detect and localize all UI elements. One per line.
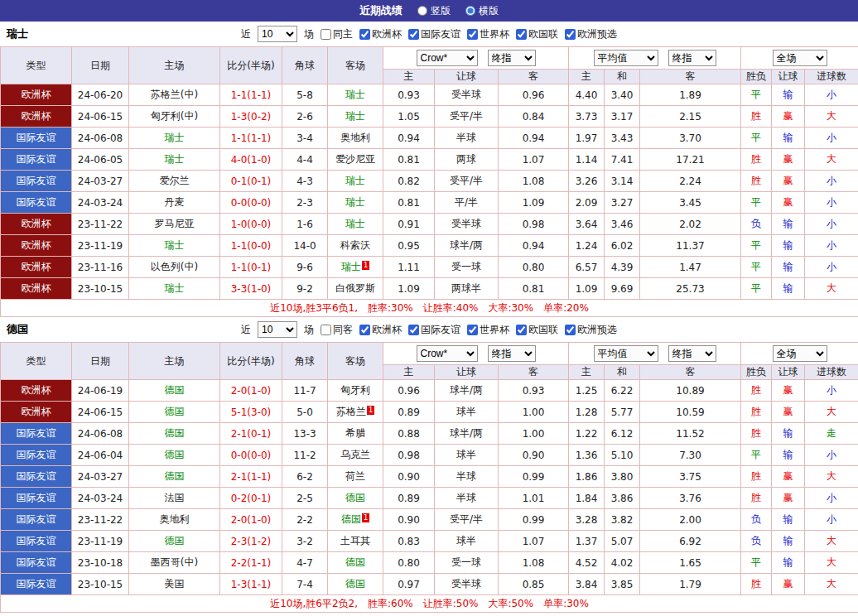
- vertical-layout-radio[interactable]: [417, 6, 427, 16]
- cell-competition: 欧洲杯: [1, 106, 72, 128]
- section-header: 瑞士近10场同主欧洲杯国际友谊世界杯欧国联欧洲预选: [0, 22, 858, 46]
- cell-asia-away: 0.96: [499, 84, 569, 106]
- cell-result-goals: 大: [805, 574, 858, 595]
- euro-stage-select[interactable]: 终指: [668, 50, 716, 66]
- cell-asia-handicap: 球半: [435, 445, 499, 466]
- competition-filter-label: 世界杯: [480, 323, 509, 337]
- cell-result-handicap: 赢: [772, 488, 805, 509]
- cell-euro-draw: 4.39: [605, 257, 640, 278]
- scope-select[interactable]: 全场: [773, 345, 827, 362]
- cell-score: 1-1(0-1): [220, 257, 282, 278]
- cell-score: 2-2(1-1): [220, 552, 282, 574]
- cell-asia-away: 0.84: [499, 106, 569, 128]
- cell-result-goals: 走: [805, 423, 858, 445]
- cell-asia-away: 1.00: [499, 423, 569, 445]
- competition-filter-checkbox[interactable]: [467, 29, 478, 40]
- team-label: 瑞士: [165, 132, 185, 143]
- same-venue-filter-checkbox[interactable]: [321, 325, 331, 335]
- cell-competition: 国际友谊: [1, 192, 72, 214]
- cell-euro-home: 1.09: [569, 278, 605, 300]
- cell-corners: 2-2: [282, 509, 328, 531]
- recent-count-select[interactable]: 10: [258, 26, 297, 42]
- cell-home-team: 爱尔兰: [129, 171, 220, 192]
- cell-euro-home: 1.37: [569, 531, 605, 552]
- cell-date: 23-10-18: [72, 552, 129, 574]
- scope-select[interactable]: 全场: [773, 50, 827, 66]
- cell-result-goals: 大: [805, 149, 858, 171]
- cell-competition: 国际友谊: [1, 466, 72, 488]
- euro-stage-select[interactable]: 终指: [668, 345, 716, 362]
- col-header-away: 客场: [328, 47, 383, 84]
- competition-filter-checkbox[interactable]: [516, 325, 527, 335]
- competition-filter-checkbox[interactable]: [565, 29, 576, 40]
- cell-away-team: 苏格兰1: [328, 402, 383, 423]
- competition-filter-label: 世界杯: [480, 27, 509, 41]
- layout-option-vertical[interactable]: 竖版: [417, 4, 451, 18]
- competition-filter-checkbox[interactable]: [565, 325, 576, 335]
- cell-asia-away: 1.07: [499, 531, 569, 552]
- team-label: 瑞士: [345, 218, 365, 229]
- col-header-away: 客场: [328, 343, 383, 380]
- cell-result-outcome: 平: [741, 552, 772, 574]
- red-card-badge: 1: [362, 261, 369, 270]
- cell-home-team: 美国: [129, 574, 220, 595]
- cell-date: 23-11-22: [72, 214, 129, 235]
- cell-date: 23-11-16: [72, 257, 129, 278]
- cell-euro-away: 11.52: [640, 423, 741, 445]
- competition-filter[interactable]: 欧洲预选: [565, 27, 617, 41]
- cell-home-team: 瑞士: [129, 128, 220, 149]
- recent-count-select[interactable]: 10: [258, 321, 297, 338]
- competition-filter-checkbox[interactable]: [408, 325, 419, 335]
- euro-odds-group: 平均值终指: [569, 47, 741, 70]
- asia-stage-select[interactable]: 终指: [488, 50, 536, 66]
- cell-euro-home: 1.36: [569, 445, 605, 466]
- team-label: 德国: [165, 427, 185, 439]
- match-row: 国际友谊23-11-19德国2-3(1-2)3-2土耳其0.83球半1.071.…: [1, 531, 858, 552]
- cell-asia-home: 0.81: [383, 192, 435, 214]
- cell-home-team: 墨西哥(中): [129, 552, 220, 574]
- euro-source-select[interactable]: 平均值: [594, 50, 658, 66]
- competition-filter-checkbox[interactable]: [359, 325, 370, 335]
- sub-header-8: 进球数: [805, 70, 858, 84]
- same-venue-filter[interactable]: 同客: [321, 323, 353, 337]
- competition-filter[interactable]: 国际友谊: [408, 27, 460, 41]
- cell-corners: 4-4: [282, 149, 328, 171]
- competition-filter[interactable]: 世界杯: [467, 27, 509, 41]
- horizontal-layout-radio[interactable]: [465, 6, 475, 16]
- layout-option-horizontal[interactable]: 横版: [465, 4, 499, 18]
- team-label: 法国: [165, 492, 185, 503]
- bookmaker-select[interactable]: Crow*: [417, 345, 478, 362]
- competition-filter-checkbox[interactable]: [359, 29, 370, 40]
- same-venue-filter-checkbox[interactable]: [321, 29, 331, 40]
- sub-header-2: 客: [499, 365, 569, 380]
- cell-euro-draw: 5.10: [605, 445, 640, 466]
- competition-filter[interactable]: 国际友谊: [408, 323, 460, 337]
- competition-filter-checkbox[interactable]: [516, 29, 527, 40]
- competition-filter[interactable]: 欧国联: [516, 27, 558, 41]
- competition-filter-checkbox[interactable]: [408, 29, 419, 40]
- cell-competition: 国际友谊: [1, 488, 72, 509]
- cell-corners: 3-4: [282, 128, 328, 149]
- col-header-score: 比分(半场): [220, 343, 282, 380]
- col-header-corner: 角球: [282, 47, 328, 84]
- cell-asia-home: 0.89: [383, 402, 435, 423]
- recent-matches-table: 类型日期主场比分(半场)角球客场Crow*终指平均值终指全场主让球客主和客胜负让…: [0, 342, 858, 613]
- asia-stage-select[interactable]: 终指: [488, 345, 536, 362]
- competition-filter[interactable]: 世界杯: [467, 323, 509, 337]
- competition-filter[interactable]: 欧洲杯: [359, 27, 402, 41]
- competition-filter[interactable]: 欧国联: [516, 323, 558, 337]
- competition-filter[interactable]: 欧洲预选: [565, 323, 617, 337]
- cell-result-handicap: 输: [772, 84, 805, 106]
- euro-source-select[interactable]: 平均值: [594, 345, 658, 362]
- cell-euro-home: 4.52: [569, 552, 605, 574]
- cell-competition: 欧洲杯: [1, 84, 72, 106]
- competition-filter[interactable]: 欧洲杯: [359, 323, 402, 337]
- cell-euro-home: 4.40: [569, 84, 605, 106]
- team-label: 罗马尼亚: [155, 218, 195, 229]
- cell-result-outcome: 平: [741, 192, 772, 214]
- same-venue-filter[interactable]: 同主: [321, 27, 353, 41]
- team-label: 瑞士: [345, 110, 365, 122]
- bookmaker-select[interactable]: Crow*: [417, 50, 478, 66]
- cell-score: 4-0(1-0): [220, 149, 282, 171]
- competition-filter-checkbox[interactable]: [467, 325, 478, 335]
